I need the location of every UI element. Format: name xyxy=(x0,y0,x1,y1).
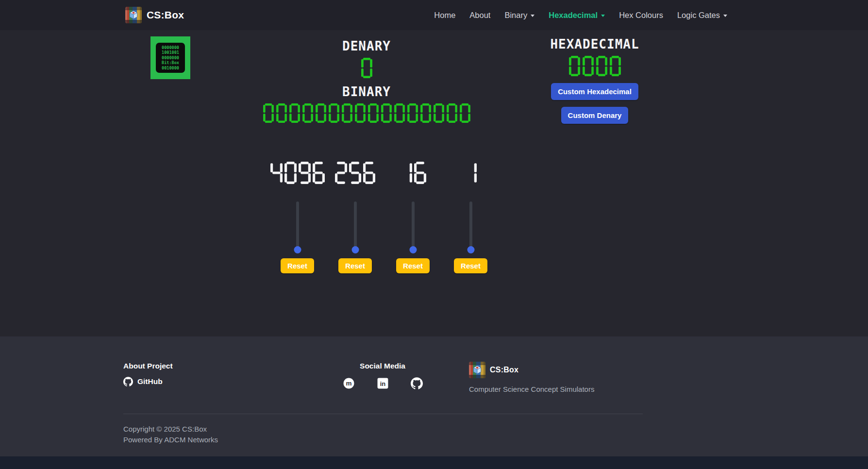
mastodon-icon: m xyxy=(343,377,355,389)
csbox-logo-icon xyxy=(125,7,142,23)
nav-item-binary[interactable]: Binary xyxy=(504,11,534,20)
page-background-strip xyxy=(0,456,868,469)
github-social-link[interactable] xyxy=(411,377,423,389)
nav-item-logic-gates[interactable]: Logic Gates xyxy=(677,11,727,20)
nav-item-hexadecimal[interactable]: Hexadecimal xyxy=(549,11,605,20)
binary-display xyxy=(206,103,527,123)
place-value-256 xyxy=(335,162,375,184)
place-value-1 xyxy=(465,162,477,184)
reset-button-256[interactable]: Reset xyxy=(338,258,372,273)
hex-digit-sliders: Reset Reset Reset Reset xyxy=(268,162,868,273)
footer-about-column: About Project GitHub xyxy=(123,362,296,393)
chevron-down-icon xyxy=(601,15,605,17)
hexadecimal-title: HEXADECIMAL xyxy=(541,36,648,52)
csbox-logo-icon xyxy=(469,362,485,378)
custom-hexadecimal-button[interactable]: Custom Hexadecimal xyxy=(551,83,638,100)
footer-brand-column: CS:Box Computer Science Concept Simulato… xyxy=(469,362,642,393)
footer-divider xyxy=(123,414,643,414)
mastodon-link[interactable]: m xyxy=(343,377,355,389)
binary-title: BINARY xyxy=(206,84,527,100)
nav-item-about[interactable]: About xyxy=(469,11,490,20)
github-link[interactable]: GitHub xyxy=(123,377,163,386)
powered-by-text: Powered By ADCM Networks xyxy=(123,435,868,445)
nav-items: Home About Binary Hexadecimal Hex Colour… xyxy=(434,11,727,20)
slider-track-16[interactable] xyxy=(412,201,415,250)
github-icon xyxy=(411,377,423,389)
reset-button-1[interactable]: Reset xyxy=(454,258,487,273)
github-icon xyxy=(123,377,133,386)
slider-column-1: Reset xyxy=(442,162,500,273)
slider-handle-16[interactable] xyxy=(409,246,417,253)
chevron-down-icon xyxy=(531,15,534,17)
hexadecimal-display xyxy=(541,56,648,76)
slider-handle-256[interactable] xyxy=(351,246,359,253)
slider-track-1[interactable] xyxy=(469,201,472,250)
denary-display xyxy=(206,58,527,78)
linkedin-link[interactable]: in xyxy=(377,377,389,389)
slider-handle-1[interactable] xyxy=(467,246,474,253)
nav-item-hex-colours[interactable]: Hex Colours xyxy=(619,11,663,20)
custom-denary-button[interactable]: Custom Denary xyxy=(561,107,629,124)
adcm-networks-link[interactable]: ADCM Networks xyxy=(164,436,218,444)
copyright-text: Copyright © 2025 CS:Box xyxy=(123,424,868,435)
place-value-4096 xyxy=(270,162,325,184)
linkedin-icon: in xyxy=(377,377,389,389)
place-value-16 xyxy=(400,162,426,184)
denary-title: DENARY xyxy=(206,38,527,54)
brand-link[interactable]: CS:Box xyxy=(125,7,184,23)
svg-text:in: in xyxy=(380,380,385,387)
slider-track-4096[interactable] xyxy=(296,201,299,250)
slider-column-256: Reset xyxy=(326,162,384,273)
slider-column-16: Reset xyxy=(384,162,442,273)
reset-button-4096[interactable]: Reset xyxy=(281,258,314,273)
footer-social-column: Social Media m in xyxy=(296,362,469,393)
footer-brand-name: CS:Box xyxy=(490,366,518,374)
svg-text:m: m xyxy=(346,380,351,387)
slider-column-4096: Reset xyxy=(268,162,326,273)
navbar: CS:Box Home About Binary Hexadecimal Hex… xyxy=(0,0,868,30)
social-media-heading: Social Media xyxy=(296,362,469,370)
about-project-heading: About Project xyxy=(123,362,296,370)
hexadecimal-simulator: 0000000 1001001 0000000 Bit:Box 0010000 … xyxy=(0,30,868,336)
footer-tagline: Computer Science Concept Simulators xyxy=(469,385,642,393)
nav-item-home[interactable]: Home xyxy=(434,11,455,20)
chevron-down-icon xyxy=(723,15,727,17)
brand-title: CS:Box xyxy=(147,9,184,21)
slider-handle-4096[interactable] xyxy=(294,246,301,253)
bitbox-image: 0000000 1001001 0000000 Bit:Box 0010000 xyxy=(150,36,190,79)
footer: About Project GitHub Social Media m xyxy=(0,336,868,456)
slider-track-256[interactable] xyxy=(354,201,357,250)
reset-button-16[interactable]: Reset xyxy=(396,258,430,273)
